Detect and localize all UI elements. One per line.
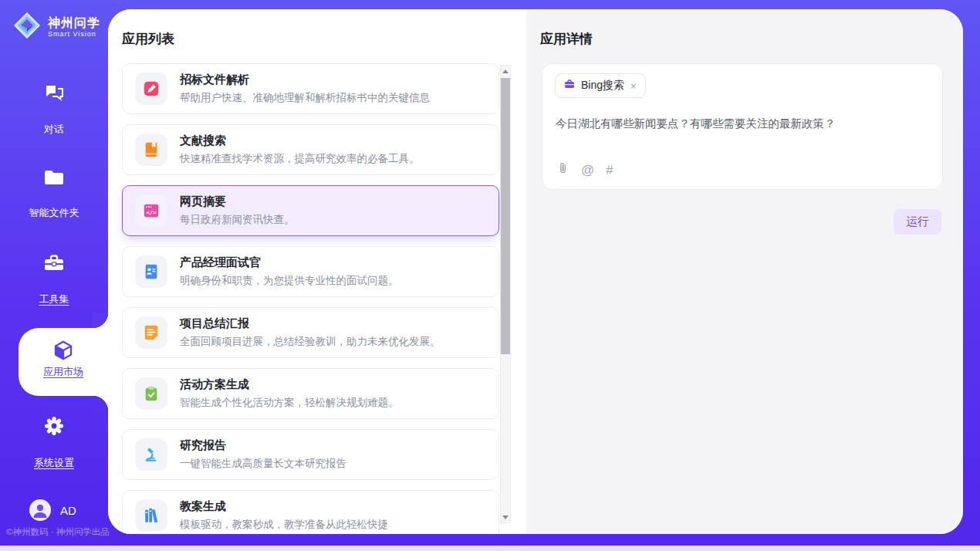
app-card-pm-interviewer[interactable]: 产品经理面试官 明确身份和职责，为您提供专业性的面试问题。 (122, 246, 499, 297)
tool-chip-label: Bing搜索 (581, 79, 624, 93)
app-card-list: 招标文件解析 帮助用户快速、准确地理解和解析招标书中的关键信息 (122, 63, 499, 534)
app-desc: 帮助用户快速、准确地理解和解析招标书中的关键信息 (180, 91, 430, 105)
edit-square-icon (135, 73, 167, 105)
app-list-panel: 应用列表 招标文件解析 帮助用户快速、准确地理解和解析招标书中的关键信息 (108, 9, 526, 534)
prompt-input-card[interactable]: Bing搜索 × 今日湖北有哪些新闻要点？有哪些需要关注的最新政策？ @ # (542, 63, 943, 190)
app-desc: 快速精准查找学术资源，提高研究效率的必备工具。 (180, 152, 420, 166)
app-desc: 一键智能生成高质量长文本研究报告 (180, 457, 346, 471)
app-detail-panel: 应用详情 Bing搜索 × 今日湖北有哪些新闻要点？ (526, 9, 963, 534)
app-card-bid-parse[interactable]: 招标文件解析 帮助用户快速、准确地理解和解析招标书中的关键信息 (122, 63, 499, 114)
browser-code-icon: </> (135, 194, 167, 227)
brand-name: 神州问学 (48, 16, 100, 30)
sidebar-item-label: 工具集 (39, 292, 69, 306)
composer-toolbar: @ # (556, 161, 613, 178)
app-desc: 全面回顾项目进展，总结经验教训，助力未来优化发展。 (180, 335, 441, 349)
app-name: 产品经理面试官 (180, 255, 399, 270)
scroll-up-icon[interactable] (501, 66, 510, 76)
app-card-project-summary[interactable]: 项目总结汇报 全面回顾项目进展，总结经验教训，助力未来优化发展。 (122, 307, 499, 358)
app-desc: 模板驱动，教案秒成，教学准备从此轻松快捷 (180, 518, 388, 532)
toolbox-icon (0, 253, 108, 273)
brand-subtitle: Smart Vision (48, 30, 100, 38)
app-name: 网页摘要 (180, 194, 295, 209)
app-list-title: 应用列表 (122, 30, 174, 48)
app-card-web-summary[interactable]: </> 网页摘要 每日政府新闻资讯快查。 (122, 185, 499, 236)
query-text[interactable]: 今日湖北有哪些新闻要点？有哪些需要关注的最新政策？ (556, 117, 928, 131)
app-detail-title: 应用详情 (540, 30, 593, 48)
paperclip-icon[interactable] (556, 161, 569, 178)
app-card-literature-search[interactable]: 文献搜索 快速精准查找学术资源，提高研究效率的必备工具。 (122, 124, 499, 175)
app-desc: 智能生成个性化活动方案，轻松解决规划难题。 (180, 396, 399, 410)
clipboard-check-icon (135, 377, 167, 410)
sidebar-item-label: 对话 (44, 123, 64, 137)
gear-icon (0, 415, 108, 437)
books-icon (135, 499, 167, 532)
sidebar-item-settings[interactable]: 系统设置 (0, 415, 108, 470)
hash-icon[interactable]: # (606, 164, 613, 177)
briefcase-icon (563, 78, 576, 93)
scrollbar-thumb[interactable] (501, 78, 510, 354)
close-icon[interactable]: × (630, 80, 637, 92)
user-account[interactable]: AD (29, 499, 76, 521)
app-name: 文献搜索 (180, 134, 420, 148)
sidebar-item-label: 智能文件夹 (29, 206, 79, 220)
copyright-footer: ©神州数码 · 神州问学出品 (6, 526, 110, 538)
diamond-logo-icon (12, 11, 42, 43)
sidebar-item-folders[interactable]: 智能文件夹 (0, 168, 108, 220)
svg-text:</>: </> (146, 209, 157, 216)
app-name: 活动方案生成 (180, 377, 399, 392)
run-button[interactable]: 运行 (894, 209, 941, 235)
sidebar-item-tools[interactable]: 工具集 (0, 253, 108, 306)
cube-icon (19, 339, 108, 362)
sidebar-item-label: 系统设置 (34, 456, 74, 470)
report-note-icon (135, 316, 167, 349)
app-card-research-report[interactable]: 研究报告 一键智能生成高质量长文本研究报告 (122, 429, 499, 480)
scroll-down-icon[interactable] (501, 512, 510, 522)
user-initials: AD (60, 504, 76, 517)
sidebar-item-market[interactable]: 应用市场 (19, 328, 108, 396)
app-window: 神州问学 Smart Vision 对话 (0, 0, 980, 551)
app-name: 项目总结汇报 (180, 316, 441, 331)
app-card-lesson-plan[interactable]: 教案生成 模板驱动，教案秒成，教学准备从此轻松快捷 (122, 490, 499, 534)
sidebar-item-label: 应用市场 (43, 365, 83, 379)
microscope-icon (135, 438, 167, 471)
sidebar: 神州问学 Smart Vision 对话 (0, 0, 108, 546)
at-icon[interactable]: @ (581, 164, 594, 177)
app-card-event-plan[interactable]: 活动方案生成 智能生成个性化活动方案，轻松解决规划难题。 (122, 368, 499, 419)
folder-icon (0, 168, 108, 187)
interview-doc-icon (135, 255, 167, 288)
tool-chip-bing-search[interactable]: Bing搜索 × (555, 73, 646, 98)
app-name: 教案生成 (180, 499, 388, 514)
chat-icon (0, 83, 108, 103)
app-desc: 每日政府新闻资讯快查。 (180, 213, 295, 227)
app-name: 招标文件解析 (180, 73, 430, 87)
brand-logo: 神州问学 Smart Vision (12, 11, 100, 43)
purple-frame: 神州问学 Smart Vision 对话 (0, 0, 980, 546)
sidebar-item-chat[interactable]: 对话 (0, 83, 108, 137)
app-name: 研究报告 (180, 438, 346, 453)
user-avatar-icon (29, 499, 51, 521)
book-icon (135, 134, 167, 166)
app-desc: 明确身份和职责，为您提供专业性的面试问题。 (180, 274, 399, 288)
list-scrollbar[interactable] (500, 65, 511, 523)
content-area: 应用列表 招标文件解析 帮助用户快速、准确地理解和解析招标书中的关键信息 (108, 9, 963, 534)
